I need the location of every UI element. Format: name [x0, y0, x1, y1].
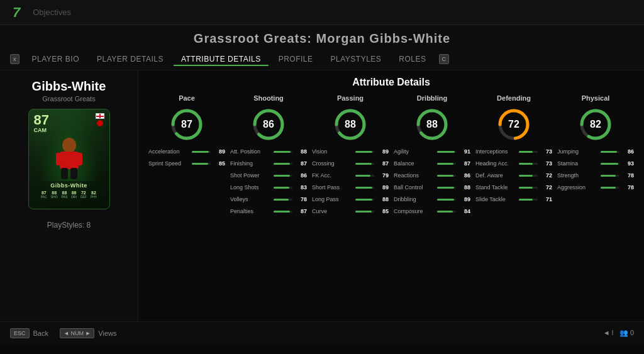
attr-bar	[355, 187, 372, 189]
header-logo: 7	[13, 4, 20, 21]
attr-bar	[437, 199, 454, 201]
attr-value: 71	[542, 196, 552, 202]
attr-col-header-pace: Pace	[148, 94, 225, 102]
attr-value: 73	[542, 148, 552, 155]
card-rating: 87	[34, 113, 49, 127]
gauge-value-dribbling: 88	[426, 119, 438, 130]
gauge-dribbling: 88	[414, 107, 450, 142]
attr-label: Stamina	[557, 160, 596, 167]
attr-bar	[519, 187, 533, 189]
attr-row: Curve 85	[312, 208, 389, 214]
footer-right: ◄ I 👥 0	[603, 329, 634, 337]
attr-col-header-physical: Physical	[557, 94, 634, 102]
attr-value: 86	[624, 148, 634, 155]
attr-value: 84	[460, 208, 470, 214]
attr-row: Long Pass 88	[312, 196, 389, 202]
attr-bar	[274, 199, 289, 201]
attr-value: 78	[624, 172, 634, 179]
tab-profile[interactable]: PROFILE	[271, 52, 321, 66]
attr-bar-wrap	[437, 187, 456, 189]
attr-bar-wrap	[437, 175, 456, 177]
card-player-name: Gibbs-White	[50, 182, 87, 189]
svg-rect-4	[61, 168, 68, 179]
attr-value: 89	[379, 148, 389, 155]
attr-label: Dribbling	[394, 196, 433, 202]
gauge-shooting: 86	[251, 107, 286, 142]
attr-bar-wrap	[355, 211, 374, 213]
attr-value: 72	[542, 172, 552, 179]
attr-label: Strength	[557, 172, 596, 179]
attr-bar	[192, 151, 209, 153]
gauge-value-shooting: 86	[263, 119, 274, 130]
attr-value: 78	[297, 196, 307, 202]
attr-bar-wrap	[437, 163, 456, 165]
attr-value: 88	[379, 196, 389, 202]
attr-value: 87	[379, 160, 389, 167]
attr-row: Finishing 87	[230, 160, 307, 167]
svg-rect-2	[56, 153, 62, 165]
back-label: Back	[33, 329, 48, 337]
tab-playstyles[interactable]: PlayStyles	[323, 52, 389, 66]
attr-bar-wrap	[519, 151, 538, 153]
views-label: Views	[98, 329, 116, 337]
tab-attribute-details[interactable]: Attribute Details	[174, 52, 269, 66]
attr-value: 86	[460, 172, 470, 179]
tab-player-bio[interactable]: Player Bio	[25, 52, 87, 66]
attr-row: Agility 91	[394, 148, 470, 155]
attr-col-header-defending: Defending	[475, 94, 552, 102]
attr-value: 72	[542, 184, 552, 191]
attr-row: Reactions 86	[394, 172, 470, 179]
attr-bar	[601, 187, 616, 189]
main-content: Gibbs-White Grassroot Greats 87 CAM	[0, 70, 644, 321]
attr-row: Acceleration 89	[148, 148, 225, 155]
attr-row: Sprint Speed 85	[148, 160, 225, 167]
attr-bar-wrap	[274, 211, 292, 213]
attr-value: 88	[460, 184, 470, 191]
player-name: Gibbs-White	[32, 79, 106, 94]
attr-bar	[519, 175, 533, 177]
attr-bar-wrap	[274, 199, 292, 201]
attr-row: Def. Aware 72	[475, 172, 552, 179]
attr-row: Strength 78	[557, 172, 634, 179]
attr-value: 87	[460, 160, 470, 167]
attr-bar	[437, 175, 453, 177]
gauge-pace: 87	[169, 107, 204, 142]
attr-bar-wrap	[437, 151, 456, 153]
attr-label: Curve	[312, 208, 351, 214]
attr-bar	[274, 211, 290, 213]
attr-bar	[437, 211, 453, 213]
attr-bar	[274, 163, 290, 165]
header: 7 Objectives	[0, 0, 644, 25]
card-player-image	[41, 131, 97, 181]
attr-row: Short Pass 89	[312, 184, 389, 191]
attr-label: Volleys	[230, 196, 269, 202]
attr-label: Composure	[394, 208, 433, 214]
attr-bar-wrap	[355, 175, 374, 177]
attr-label: Att. Position	[230, 148, 269, 155]
attr-bar-wrap	[274, 187, 292, 189]
player-subtitle: Grassroot Greats	[42, 95, 95, 102]
attr-bar-wrap	[519, 163, 538, 165]
attr-label: Shot Power	[230, 172, 269, 179]
attr-value: 91	[460, 148, 470, 155]
attr-bar-wrap	[601, 163, 619, 165]
attr-row: Heading Acc. 73	[475, 160, 552, 167]
attr-bar-wrap	[355, 199, 374, 201]
attr-bar	[274, 175, 290, 177]
attr-bar-wrap	[274, 175, 292, 177]
attr-bar	[355, 151, 372, 153]
right-panel: Attribute Details Pace 87 Acceleration 8…	[138, 70, 644, 321]
attr-row: Ball Control 88	[394, 184, 470, 191]
tab-roles[interactable]: Roles	[391, 52, 433, 66]
page-title: Grassroot Greats: Morgan Gibbs-White	[0, 31, 644, 46]
svg-point-0	[62, 138, 76, 153]
attr-bar	[355, 199, 372, 201]
attr-label: Crossing	[312, 160, 351, 167]
attr-bar-wrap	[519, 187, 538, 189]
card-stats: 87PAC 88SHO 88PAS 88DRI 72DEF 82PHY	[38, 191, 99, 199]
tab-close-key: x	[10, 54, 19, 64]
svg-rect-1	[60, 152, 79, 169]
tab-player-details[interactable]: Player Details	[89, 52, 171, 66]
attr-label: Penalties	[230, 208, 269, 214]
attr-bar	[437, 163, 453, 165]
